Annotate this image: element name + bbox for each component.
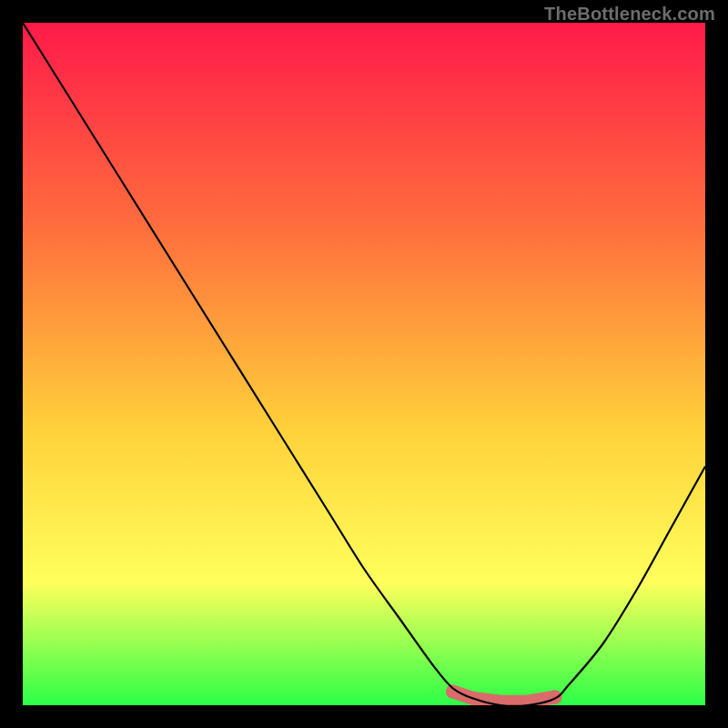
gradient-background <box>23 23 705 705</box>
highlight-marker <box>549 691 562 704</box>
plot-area <box>23 23 705 705</box>
watermark-text: TheBottleneck.com <box>544 4 715 25</box>
plot-svg <box>23 23 705 705</box>
chart-frame: TheBottleneck.com <box>0 0 728 728</box>
